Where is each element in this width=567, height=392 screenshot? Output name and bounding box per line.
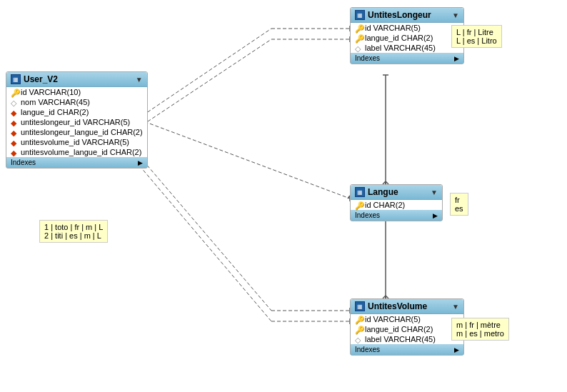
table-icon-untitesvolume: ▦ — [355, 301, 365, 311]
field-name: langue_id CHAR(2) — [21, 108, 89, 116]
table-row: 🔑 id VARCHAR(10) — [6, 87, 147, 97]
foreign-key-icon: ◆ — [11, 109, 18, 116]
indexes-arrow: ▶ — [454, 346, 459, 353]
table-user-v2[interactable]: ▦ User_V2 ▼ 🔑 id VARCHAR(10) ◇ nom VARCH… — [6, 71, 148, 169]
nullable-icon: ◇ — [355, 44, 362, 51]
databox-untiteslongeur: L | fr | Litre L | es | Litro — [451, 25, 502, 48]
table-row: 🔑 id VARCHAR(5) — [351, 23, 463, 33]
dropdown-arrow-untiteslongeur[interactable]: ▼ — [452, 11, 459, 19]
table-row: ◆ untiteslongeur_id VARCHAR(5) — [6, 117, 147, 127]
table-name-langue: Langue — [368, 187, 428, 197]
indexes-arrow: ▶ — [138, 159, 143, 166]
indexes-label: Indexes — [11, 159, 36, 166]
field-name: id CHAR(2) — [365, 201, 405, 209]
table-row: ◇ label VARCHAR(45) — [351, 43, 463, 53]
indexes-label: Indexes — [355, 346, 380, 353]
table-row: ◆ untiteslongeur_langue_id CHAR(2) — [6, 127, 147, 137]
field-name: id VARCHAR(5) — [365, 24, 421, 32]
table-langue[interactable]: ▦ Langue ▼ 🔑 id CHAR(2) Indexes ▶ — [350, 184, 443, 221]
table-name-untiteslongeur: UntitesLongeur — [368, 10, 449, 20]
field-name: untitesvolume_id VARCHAR(5) — [21, 138, 129, 146]
canvas: ▦ UntitesLongeur ▼ 🔑 id VARCHAR(5) 🔑 lan… — [0, 0, 567, 392]
foreign-key-icon: ◆ — [11, 139, 18, 146]
databox-line: 2 | titi | es | m | L — [44, 231, 103, 240]
table-name-user-v2: User_V2 — [24, 74, 133, 84]
primary-key-icon: 🔑 — [11, 89, 18, 96]
table-row: ◆ langue_id CHAR(2) — [6, 107, 147, 117]
nullable-icon: ◇ — [11, 99, 18, 106]
table-untitesvolume[interactable]: ▦ UntitesVolume ▼ 🔑 id VARCHAR(5) 🔑 lang… — [350, 298, 464, 356]
table-icon-langue: ▦ — [355, 187, 365, 197]
databox-line: L | es | Litro — [456, 36, 497, 45]
field-name: nom VARCHAR(45) — [21, 98, 90, 106]
primary-key-icon: 🔑 — [355, 326, 362, 333]
table-row: ◇ nom VARCHAR(45) — [6, 97, 147, 107]
table-header-untitesvolume[interactable]: ▦ UntitesVolume ▼ — [351, 299, 463, 314]
indexes-arrow: ▶ — [433, 212, 438, 219]
table-row: ◆ untitesvolume_id VARCHAR(5) — [6, 137, 147, 147]
table-row: 🔑 langue_id CHAR(2) — [351, 324, 463, 334]
indexes-untitesvolume[interactable]: Indexes ▶ — [351, 344, 463, 355]
databox-line: L | fr | Litre — [456, 28, 497, 36]
indexes-user-v2[interactable]: Indexes ▶ — [6, 157, 147, 168]
indexes-untiteslongeur[interactable]: Indexes ▶ — [351, 53, 463, 64]
field-name: label VARCHAR(45) — [365, 44, 436, 52]
indexes-langue[interactable]: Indexes ▶ — [351, 210, 442, 221]
svg-line-13 — [129, 39, 271, 134]
databox-line: fr — [455, 196, 463, 204]
primary-key-icon: 🔑 — [355, 24, 362, 31]
field-name: label VARCHAR(45) — [365, 335, 436, 343]
databox-langue: fr es — [450, 193, 468, 216]
foreign-key-icon: ◆ — [11, 119, 18, 126]
field-name: untitesvolume_langue_id CHAR(2) — [21, 148, 141, 156]
field-name: id VARCHAR(10) — [21, 88, 81, 96]
field-name: id VARCHAR(5) — [365, 315, 421, 323]
table-row: ◆ untitesvolume_langue_id CHAR(2) — [6, 147, 147, 157]
svg-line-0 — [129, 116, 350, 198]
table-row: ◇ label VARCHAR(45) — [351, 334, 463, 344]
indexes-label: Indexes — [355, 54, 380, 62]
svg-line-7 — [129, 29, 271, 125]
indexes-arrow: ▶ — [454, 55, 459, 62]
databox-line: es — [455, 204, 463, 213]
dropdown-arrow-langue[interactable]: ▼ — [431, 189, 438, 196]
table-row: 🔑 id CHAR(2) — [351, 200, 442, 210]
table-header-user-v2[interactable]: ▦ User_V2 ▼ — [6, 72, 147, 87]
field-name: untiteslongeur_langue_id CHAR(2) — [21, 128, 143, 136]
table-icon-user-v2: ▦ — [11, 74, 21, 84]
databox-line: m | es | metro — [456, 329, 504, 338]
databox-untitesvolume: m | fr | mètre m | es | metro — [451, 318, 509, 341]
table-header-untiteslongeur[interactable]: ▦ UntitesLongeur ▼ — [351, 8, 463, 23]
indexes-label: Indexes — [355, 211, 380, 219]
field-name: untiteslongeur_id VARCHAR(5) — [21, 118, 130, 126]
svg-line-25 — [129, 153, 271, 321]
table-name-untitesvolume: UntitesVolume — [368, 301, 449, 311]
databox-line: m | fr | mètre — [456, 321, 504, 329]
table-untiteslongeur[interactable]: ▦ UntitesLongeur ▼ 🔑 id VARCHAR(5) 🔑 lan… — [350, 7, 464, 64]
foreign-key-icon: ◆ — [11, 149, 18, 156]
table-header-langue[interactable]: ▦ Langue ▼ — [351, 185, 442, 200]
nullable-icon: ◇ — [355, 336, 362, 343]
primary-key-icon: 🔑 — [355, 201, 362, 208]
dropdown-arrow-user-v2[interactable]: ▼ — [136, 76, 143, 84]
primary-key-icon: 🔑 — [355, 34, 362, 41]
table-row: 🔑 id VARCHAR(5) — [351, 314, 463, 324]
field-name: langue_id CHAR(2) — [365, 325, 433, 333]
databox-line: 1 | toto | fr | m | L — [44, 223, 103, 231]
dropdown-arrow-untitesvolume[interactable]: ▼ — [452, 303, 459, 311]
table-row: 🔑 langue_id CHAR(2) — [351, 33, 463, 43]
table-icon-untiteslongeur: ▦ — [355, 10, 365, 20]
databox-user-v2: 1 | toto | fr | m | L 2 | titi | es | m … — [39, 220, 108, 243]
foreign-key-icon: ◆ — [11, 129, 18, 136]
svg-line-19 — [129, 144, 271, 311]
field-name: langue_id CHAR(2) — [365, 34, 433, 42]
primary-key-icon: 🔑 — [355, 316, 362, 323]
